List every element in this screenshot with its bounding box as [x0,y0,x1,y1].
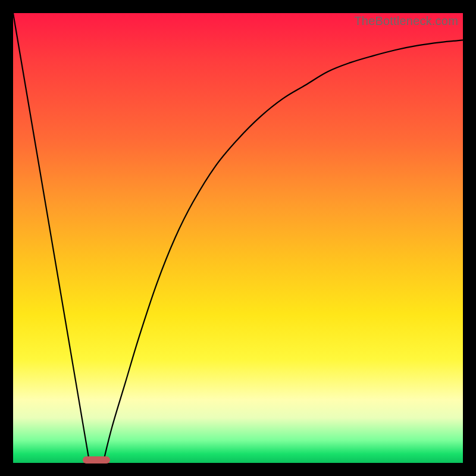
bottleneck-curve-right [103,40,463,463]
chart-frame: TheBottleneck.com [0,0,476,476]
plot-area: TheBottleneck.com [13,13,463,463]
optimal-marker [83,456,109,464]
bottleneck-curve-left [13,13,90,463]
curve-layer [13,13,463,463]
